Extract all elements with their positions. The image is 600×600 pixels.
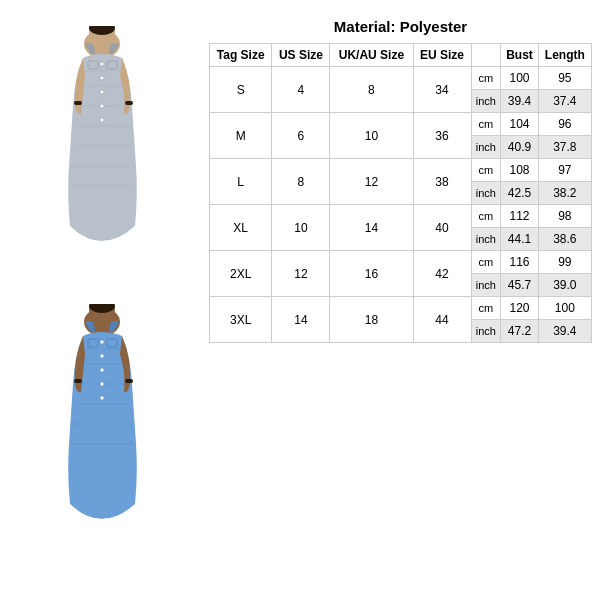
svg-rect-18 <box>74 101 82 105</box>
length-inch: 37.4 <box>538 90 591 113</box>
svg-rect-39 <box>125 379 133 383</box>
eu-size-cell: 36 <box>413 113 471 159</box>
bust-cm: 100 <box>501 67 538 90</box>
length-cm: 95 <box>538 67 591 90</box>
eu-size-cell: 44 <box>413 297 471 343</box>
unit-cm: cm <box>471 297 501 320</box>
us-size-cell: 12 <box>272 251 330 297</box>
bust-cm: 112 <box>501 205 538 228</box>
ukau-size-cell: 18 <box>330 297 413 343</box>
bust-inch: 44.1 <box>501 228 538 251</box>
eu-size-cell: 38 <box>413 159 471 205</box>
us-size-cell: 14 <box>272 297 330 343</box>
bust-inch: 42.5 <box>501 182 538 205</box>
length-inch: 37.8 <box>538 136 591 159</box>
table-row: 2XL 12 16 42 cm 116 99 <box>210 251 592 274</box>
header-us-size: US Size <box>272 44 330 67</box>
length-inch: 38.6 <box>538 228 591 251</box>
ukau-size-cell: 10 <box>330 113 413 159</box>
left-panel <box>0 0 205 600</box>
table-row: L 8 12 38 cm 108 97 <box>210 159 592 182</box>
header-tag-size: Tag Size <box>210 44 272 67</box>
svg-point-35 <box>100 396 104 400</box>
material-title: Material: Polyester <box>209 8 592 43</box>
bust-inch: 45.7 <box>501 274 538 297</box>
bust-cm: 116 <box>501 251 538 274</box>
table-row: 3XL 14 18 44 cm 120 100 <box>210 297 592 320</box>
tag-size-cell: 2XL <box>210 251 272 297</box>
us-size-cell: 4 <box>272 67 330 113</box>
length-cm: 99 <box>538 251 591 274</box>
unit-inch: inch <box>471 274 501 297</box>
header-bust: Bust <box>501 44 538 67</box>
unit-cm: cm <box>471 67 501 90</box>
unit-cm: cm <box>471 251 501 274</box>
unit-inch: inch <box>471 182 501 205</box>
bust-inch: 39.4 <box>501 90 538 113</box>
header-length: Length <box>538 44 591 67</box>
tag-size-cell: L <box>210 159 272 205</box>
svg-point-14 <box>100 104 104 108</box>
eu-size-cell: 34 <box>413 67 471 113</box>
length-cm: 98 <box>538 205 591 228</box>
ukau-size-cell: 14 <box>330 205 413 251</box>
svg-point-15 <box>100 118 104 122</box>
eu-size-cell: 40 <box>413 205 471 251</box>
blue-dress-image <box>55 304 150 574</box>
bust-inch: 40.9 <box>501 136 538 159</box>
size-table: Tag Size US Size UK/AU Size EU Size Bust… <box>209 43 592 343</box>
grey-dress-image <box>55 26 150 296</box>
us-size-cell: 10 <box>272 205 330 251</box>
unit-cm: cm <box>471 159 501 182</box>
bust-cm: 120 <box>501 297 538 320</box>
us-size-cell: 8 <box>272 159 330 205</box>
unit-cm: cm <box>471 205 501 228</box>
header-eu-size: EU Size <box>413 44 471 67</box>
unit-inch: inch <box>471 90 501 113</box>
unit-inch: inch <box>471 228 501 251</box>
tag-size-cell: M <box>210 113 272 159</box>
eu-size-cell: 42 <box>413 251 471 297</box>
ukau-size-cell: 16 <box>330 251 413 297</box>
bust-cm: 104 <box>501 113 538 136</box>
ukau-size-cell: 8 <box>330 67 413 113</box>
bust-inch: 47.2 <box>501 320 538 343</box>
svg-point-13 <box>100 90 104 94</box>
tag-size-cell: S <box>210 67 272 113</box>
table-row: S 4 8 34 cm 100 95 <box>210 67 592 90</box>
us-size-cell: 6 <box>272 113 330 159</box>
bust-cm: 108 <box>501 159 538 182</box>
table-row: M 6 10 36 cm 104 96 <box>210 113 592 136</box>
length-cm: 100 <box>538 297 591 320</box>
svg-point-34 <box>100 382 104 386</box>
unit-cm: cm <box>471 113 501 136</box>
header-unit <box>471 44 501 67</box>
ukau-size-cell: 12 <box>330 159 413 205</box>
length-cm: 97 <box>538 159 591 182</box>
svg-point-31 <box>100 340 104 344</box>
length-inch: 39.0 <box>538 274 591 297</box>
length-cm: 96 <box>538 113 591 136</box>
length-inch: 38.2 <box>538 182 591 205</box>
svg-point-32 <box>100 354 104 358</box>
svg-rect-38 <box>74 379 82 383</box>
unit-inch: inch <box>471 320 501 343</box>
table-row: XL 10 14 40 cm 112 98 <box>210 205 592 228</box>
unit-inch: inch <box>471 136 501 159</box>
svg-point-11 <box>100 62 104 66</box>
tag-size-cell: 3XL <box>210 297 272 343</box>
header-ukau-size: UK/AU Size <box>330 44 413 67</box>
tag-size-cell: XL <box>210 205 272 251</box>
svg-rect-19 <box>125 101 133 105</box>
right-panel: Material: Polyester Tag Size US Size UK/… <box>205 0 600 600</box>
svg-point-12 <box>100 76 104 80</box>
length-inch: 39.4 <box>538 320 591 343</box>
svg-point-33 <box>100 368 104 372</box>
